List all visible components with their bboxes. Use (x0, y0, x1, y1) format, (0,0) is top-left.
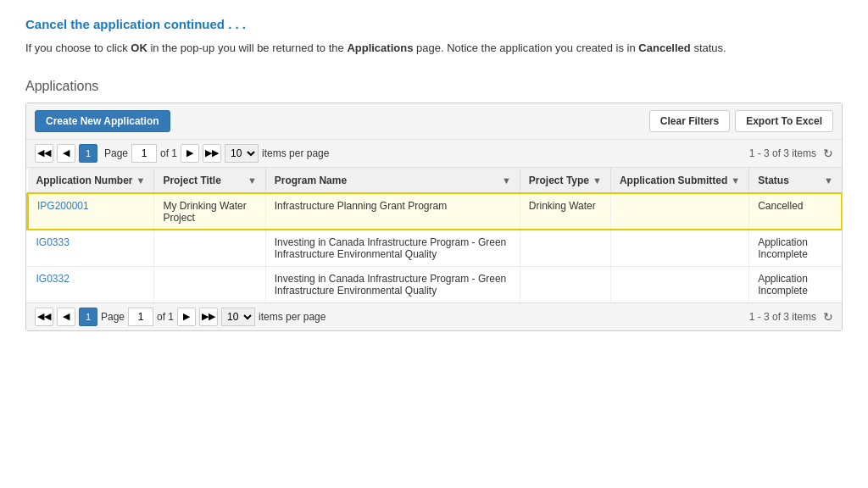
create-new-application-button[interactable]: Create New Application (35, 110, 170, 132)
page-heading: Cancel the application continued . . . (25, 17, 843, 31)
table-row: IG0333Investing in Canada Infrastructure… (28, 230, 843, 266)
bottom-page-1-button[interactable]: 1 (79, 308, 97, 326)
refresh-icon[interactable]: ↻ (823, 147, 833, 160)
bottom-prev-page-button[interactable]: ◀ (57, 308, 75, 326)
col-header-app-submitted: Application Submitted ▼ (610, 168, 748, 194)
col-header-status: Status ▼ (749, 168, 842, 194)
cell-project-title: My Drinking Water Project (154, 193, 265, 230)
filter-project-type-icon[interactable]: ▼ (593, 175, 602, 186)
filter-status-icon[interactable]: ▼ (824, 175, 833, 186)
cell-project-title (154, 230, 265, 266)
page-1-button[interactable]: 1 (79, 144, 97, 163)
bottom-first-page-button[interactable]: ◀◀ (35, 308, 53, 326)
filter-app-submitted-icon[interactable]: ▼ (731, 175, 740, 186)
col-header-project-type: Project Type ▼ (520, 168, 610, 194)
table-toolbar: Create New Application Clear Filters Exp… (26, 103, 842, 140)
cell-project-type (520, 266, 610, 302)
desc-text4: status. (691, 42, 726, 54)
filter-app-number-icon[interactable]: ▼ (136, 175, 146, 186)
of-label: of 1 (160, 147, 177, 159)
items-per-page-select[interactable]: 10 25 50 (225, 144, 259, 163)
cell-project-type (520, 230, 610, 266)
cell-app-number: IG0332 (28, 266, 154, 302)
table-row: IPG200001My Drinking Water ProjectInfras… (28, 193, 843, 230)
ok-bold: OK (131, 42, 147, 54)
description-text: If you choose to click OK in the pop-up … (25, 40, 843, 58)
table-header-row: Application Number ▼ Project Title ▼ Pro… (28, 168, 843, 194)
applications-table: Application Number ▼ Project Title ▼ Pro… (26, 168, 842, 302)
page-number-input[interactable] (131, 144, 157, 163)
cancelled-bold: Cancelled (638, 42, 690, 54)
prev-page-button[interactable]: ◀ (57, 144, 75, 163)
cell-project-title (154, 266, 265, 302)
app-number-link[interactable]: IPG200001 (37, 200, 89, 212)
desc-text1: If you choose to click (25, 42, 131, 54)
export-to-excel-button[interactable]: Export To Excel (735, 110, 833, 132)
cell-status: Application Incomplete (749, 230, 842, 266)
cell-project-type: Drinking Water (520, 193, 610, 230)
desc-text3: page. Notice the application you created… (413, 42, 638, 54)
cell-app-submitted (610, 230, 748, 266)
cell-program-name: Infrastructure Planning Grant Program (265, 193, 520, 230)
items-count: 1 - 3 of 3 items ↻ (749, 147, 833, 160)
page-label: Page (104, 147, 128, 159)
filter-program-name-icon[interactable]: ▼ (502, 175, 511, 186)
bottom-next-page-button[interactable]: ▶ (177, 308, 196, 326)
bottom-last-page-button[interactable]: ▶▶ (199, 308, 218, 326)
bottom-items-per-page-select[interactable]: 10 25 50 (221, 308, 255, 326)
col-header-app-number: Application Number ▼ (28, 168, 154, 194)
col-header-program-name: Program Name ▼ (265, 168, 520, 194)
cell-status: Cancelled (749, 193, 842, 230)
cell-app-submitted (610, 193, 748, 230)
desc-text2: in the pop-up you will be returned to th… (147, 42, 348, 54)
apps-bold: Applications (347, 42, 413, 54)
bottom-pagination-bar: ◀◀ ◀ 1 Page of 1 ▶ ▶▶ 10 25 50 items per… (26, 302, 842, 330)
applications-table-container: Create New Application Clear Filters Exp… (25, 103, 843, 331)
bottom-of-label: of 1 (157, 311, 174, 323)
next-page-button[interactable]: ▶ (181, 144, 199, 163)
filter-project-title-icon[interactable]: ▼ (248, 175, 257, 186)
col-header-project-title: Project Title ▼ (154, 168, 265, 194)
cell-app-number: IG0333 (28, 230, 154, 266)
app-number-link[interactable]: IG0333 (36, 236, 70, 248)
section-title: Applications (25, 79, 843, 94)
cell-program-name: Investing in Canada Infrastructure Progr… (265, 230, 520, 266)
cell-program-name: Investing in Canada Infrastructure Progr… (265, 266, 520, 302)
cell-app-submitted (610, 266, 748, 302)
top-pagination-bar: ◀◀ ◀ 1 Page of 1 ▶ ▶▶ 10 25 50 items per… (26, 140, 842, 168)
bottom-items-count: 1 - 3 of 3 items ↻ (749, 310, 833, 324)
clear-filters-button[interactable]: Clear Filters (649, 110, 730, 132)
bottom-page-number-input[interactable] (128, 308, 153, 326)
cell-status: Application Incomplete (749, 266, 842, 302)
last-page-button[interactable]: ▶▶ (203, 144, 221, 163)
bottom-items-per-page-label: items per page (259, 311, 326, 323)
bottom-page-label: Page (101, 311, 125, 323)
bottom-refresh-icon[interactable]: ↻ (823, 310, 833, 324)
items-per-page-label: items per page (262, 147, 329, 159)
table-row: IG0332Investing in Canada Infrastructure… (28, 266, 843, 302)
cell-app-number: IPG200001 (28, 193, 154, 230)
toolbar-right-buttons: Clear Filters Export To Excel (649, 110, 833, 132)
app-number-link[interactable]: IG0332 (36, 273, 70, 285)
first-page-button[interactable]: ◀◀ (35, 144, 53, 163)
